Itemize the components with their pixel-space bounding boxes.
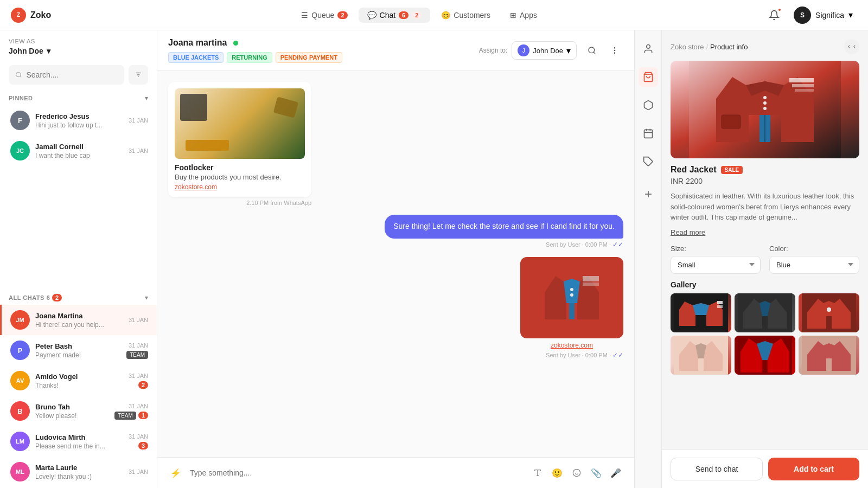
gallery-thumb[interactable]	[671, 293, 731, 332]
jacket-image	[534, 260, 610, 336]
add-icon-btn[interactable]	[639, 184, 658, 204]
shop-icon-btn[interactable]	[639, 67, 658, 87]
list-item[interactable]: ML Marta Laurie Lovely! thank you :) 31 …	[0, 457, 157, 487]
chat-input[interactable]	[190, 468, 524, 477]
svg-point-11	[573, 469, 580, 476]
product-gallery	[671, 293, 859, 375]
sticker-button[interactable]	[569, 465, 584, 480]
all-chats-chevron[interactable]: ▾	[145, 294, 148, 301]
customers-icon: 😊	[441, 11, 450, 20]
chat-info: Peter Bash Payment made!	[35, 342, 121, 359]
product-title: Red Jacket	[671, 165, 717, 175]
nav-customers[interactable]: 😊 Customers	[432, 8, 499, 23]
sent-label: Sent by User · 0:00 PM ·	[546, 241, 612, 248]
card-link[interactable]: zokostore.com	[175, 183, 305, 191]
size-select[interactable]: Small Medium Large XL	[671, 256, 761, 274]
gallery-thumb[interactable]	[799, 293, 859, 332]
shop-icon	[643, 72, 654, 82]
gallery-thumb[interactable]	[799, 336, 859, 375]
sale-badge: SALE	[721, 166, 743, 174]
chat-preview: Yellow please!	[35, 412, 109, 420]
lightning-button[interactable]: ⚡	[168, 465, 183, 480]
chat-input-bar: ⚡ 🙂 📎 🎤	[157, 457, 634, 488]
search-input[interactable]	[26, 70, 118, 79]
notifications-button[interactable]	[765, 7, 783, 24]
avatar: LM	[10, 432, 30, 451]
chat-preview: Payment made!	[35, 351, 121, 359]
queue-label: Queue	[311, 11, 334, 20]
chat-meta: 31 JAN 3	[129, 433, 148, 450]
assign-avatar: J	[518, 44, 529, 56]
chat-preview: Please send me the in...	[35, 442, 123, 450]
gallery-thumb[interactable]	[735, 336, 795, 375]
filter-button[interactable]	[129, 65, 148, 85]
box-icon-btn[interactable]	[639, 95, 658, 115]
nav-items: ☰ Queue 2 💬 Chat 6 2 😊 Customers ⊞ Apps	[73, 8, 765, 23]
apps-icon: ⊞	[510, 11, 516, 20]
list-item[interactable]: JC Jamall Cornell I want the blue cap 31…	[0, 136, 157, 166]
logo-text: Zoko	[30, 10, 51, 20]
message-time: 2:10 PM from WhatsApp	[168, 200, 311, 206]
nav-queue[interactable]: ☰ Queue 2	[292, 8, 356, 23]
product-link[interactable]: zokostore.com	[520, 342, 623, 349]
unread-badge: 2	[138, 381, 148, 389]
gallery-thumb[interactable]	[735, 293, 795, 332]
list-item[interactable]: B Bruno Tah Yellow please! 31 JAN TEAM 1	[0, 396, 157, 426]
unread-badge: 3	[138, 442, 148, 450]
search-chat-button[interactable]	[583, 42, 601, 59]
chat-header: Joana martina BLUE JACKETS RETURNING PEN…	[157, 30, 634, 71]
label-icon-btn[interactable]	[639, 152, 658, 171]
font-button[interactable]	[530, 465, 545, 480]
card-title: Footlocker	[175, 163, 305, 172]
view-user-selector[interactable]: John Doe ▾	[9, 47, 148, 55]
all-chats-label-row: ALL CHATS 6 2	[9, 294, 62, 301]
nav-apps[interactable]: ⊞ Apps	[501, 8, 546, 23]
breadcrumb-current: Product info	[710, 43, 748, 51]
chat-preview: Hihi just to follow up t...	[35, 121, 123, 129]
list-item[interactable]: JM Joana Martina Hi there! can you help.…	[0, 305, 157, 335]
svg-point-28	[763, 107, 767, 110]
chat-name: Amido Vogel	[35, 373, 123, 381]
assign-button[interactable]: J John Doe ▾	[512, 41, 577, 60]
add-to-cart-button[interactable]: Add to cart	[768, 458, 859, 480]
breadcrumb-store[interactable]: Zoko store	[671, 43, 704, 51]
svg-point-27	[763, 101, 767, 105]
logo-icon: Z	[11, 8, 26, 23]
list-item[interactable]: F Frederico Jesus Hihi just to follow up…	[0, 105, 157, 136]
list-item[interactable]: P Peter Bash Payment made! 31 JAN TEAM	[0, 335, 157, 365]
calendar-icon-btn[interactable]	[639, 124, 658, 143]
gallery-thumb[interactable]	[671, 336, 731, 375]
more-options-button[interactable]	[606, 42, 623, 59]
chat-date: 31 JAN	[129, 147, 148, 154]
avatar: F	[10, 111, 30, 130]
nav-chat[interactable]: 💬 Chat 6 2	[359, 8, 431, 23]
pinned-section-header: PINNED ▾	[0, 89, 157, 105]
read-more-button[interactable]: Read more	[671, 228, 705, 236]
list-item[interactable]: LM Ludovica Mirth Please send me the in.…	[0, 426, 157, 457]
right-panel: Zoko store / Product info	[635, 30, 868, 488]
collapse-panel-button[interactable]	[844, 39, 859, 54]
text-format-icon	[533, 468, 542, 477]
chat-date: 31 JAN	[129, 373, 148, 379]
unread-badge: 1	[138, 412, 148, 419]
logo[interactable]: Z Zoko	[11, 8, 51, 23]
emoji-button[interactable]: 🙂	[550, 465, 565, 480]
check-icon: ✓✓	[612, 241, 623, 248]
assign-label: Assign to:	[479, 47, 508, 54]
product-image-message[interactable]	[520, 257, 623, 338]
mic-button[interactable]: 🎤	[608, 465, 623, 480]
color-select[interactable]: Blue Red Black White	[769, 256, 859, 274]
pinned-chevron[interactable]: ▾	[145, 94, 148, 102]
attach-button[interactable]: 📎	[589, 465, 604, 480]
list-item[interactable]: AV Amido Vogel Thanks! 31 JAN 2	[0, 365, 157, 396]
pinned-chat-list: F Frederico Jesus Hihi just to follow up…	[0, 105, 157, 288]
profile-icon-btn[interactable]	[639, 39, 658, 59]
send-to-chat-button[interactable]: Send to chat	[671, 458, 763, 480]
message-outgoing: Sure thing! Let me check the store and s…	[385, 215, 623, 248]
breadcrumb-path: Zoko store / Product info	[671, 43, 748, 51]
queue-icon: ☰	[301, 11, 308, 20]
user-menu[interactable]: S Significa ▾	[789, 4, 857, 26]
outgoing-bubble: Sure thing! Let me check the store and s…	[385, 215, 623, 239]
chevron-left-icon-2	[852, 44, 857, 49]
chat-unread-badge: 2	[412, 11, 422, 19]
